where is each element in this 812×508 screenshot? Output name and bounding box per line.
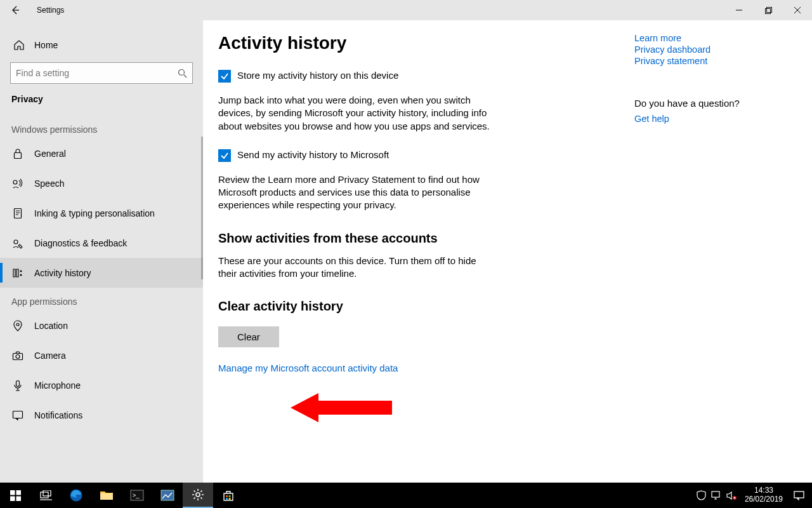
checkbox-send-microsoft[interactable] [218,149,231,162]
sidebar-item-label: Microphone [34,380,81,391]
taskbar-edge[interactable] [61,483,91,508]
taskbar-terminal[interactable]: >_ [122,483,152,508]
sidebar-item-label: Activity history [34,268,91,278]
paragraph-send-microsoft: Review the Learn more and Privacy Statem… [218,173,491,212]
home-icon [13,39,25,51]
tray-network-icon[interactable] [709,483,724,508]
network-icon [711,491,722,500]
sidebar-item-activity-history[interactable]: Activity history [0,258,203,288]
paragraph-accounts: These are your accounts on this device. … [218,255,491,281]
scrollbar[interactable] [201,137,203,279]
search-icon [178,69,187,78]
svg-rect-29 [226,495,228,497]
paragraph-store-history: Jump back into what you were doing, even… [218,94,491,133]
window-controls [724,0,812,20]
back-button[interactable] [5,0,25,20]
checkbox-store-history[interactable] [218,70,231,83]
svg-rect-8 [16,269,18,277]
svg-rect-24 [100,493,113,500]
question-label: Do you have a question? [634,98,793,109]
svg-rect-14 [16,380,20,386]
svg-rect-31 [226,498,228,500]
folder-icon [100,490,114,501]
speech-icon [11,178,24,189]
taskbar-date: 26/02/2019 [745,495,783,504]
arrow-left-icon [10,5,20,15]
checkbox-store-history-label: Store my activity history on this device [237,70,398,81]
right-pane: Learn more Privacy dashboard Privacy sta… [634,20,806,483]
taskbar-file-explorer[interactable] [91,483,122,508]
title-bar: Settings [0,0,812,20]
taskbar-store[interactable] [213,483,244,508]
tray-volume-icon[interactable] [724,483,740,508]
svg-rect-21 [41,492,48,498]
home-label: Home [34,40,58,50]
sidebar-item-label: Inking & typing personalisation [34,208,155,218]
sidebar-item-notifications[interactable]: Notifications [0,400,203,430]
windows-icon [10,490,21,501]
camera-icon [11,351,24,361]
close-button[interactable] [783,0,812,20]
maximize-button[interactable] [754,0,783,20]
gear-icon [192,488,204,501]
svg-point-6 [14,240,18,244]
action-center-button[interactable] [788,483,809,508]
taskbar-clock[interactable]: 14:33 26/02/2019 [740,483,788,508]
svg-rect-0 [765,8,770,13]
tray-security-icon[interactable] [694,483,709,508]
task-view-button[interactable] [30,483,61,508]
check-icon [220,72,229,81]
taskbar-app-generic[interactable] [152,483,183,508]
manage-account-link[interactable]: Manage my Microsoft account activity dat… [218,363,398,373]
edge-icon [69,488,83,502]
svg-point-28 [196,493,200,497]
clear-button[interactable]: Clear [218,326,279,347]
svg-point-13 [16,354,20,358]
start-button[interactable] [0,483,30,508]
svg-rect-7 [13,269,15,277]
svg-rect-3 [15,152,22,158]
action-center-icon [794,491,804,500]
sidebar-item-location[interactable]: Location [0,311,203,340]
window-title: Settings [37,6,64,15]
sidebar-item-camera[interactable]: Camera [0,340,203,370]
search-input-wrapper[interactable] [10,62,193,84]
minimize-button[interactable] [724,0,754,20]
svg-rect-15 [13,411,23,418]
search-input[interactable] [16,68,178,78]
lock-icon [11,148,24,159]
diagnostics-icon [11,237,24,249]
microphone-icon [11,380,24,391]
check-icon [220,151,229,160]
sidebar-item-inking[interactable]: Inking & typing personalisation [0,198,203,228]
task-view-icon [40,490,52,500]
svg-point-10 [20,274,22,276]
svg-rect-20 [16,496,21,501]
link-privacy-dashboard[interactable]: Privacy dashboard [634,44,793,55]
sidebar-item-general[interactable]: General [0,138,203,168]
volume-icon [726,491,738,500]
subheading-clear: Clear activity history [218,299,619,314]
sidebar-item-label: Diagnostics & feedback [34,238,127,248]
sidebar-item-speech[interactable]: Speech [0,168,203,198]
app-icon [160,490,174,501]
sidebar-item-diagnostics[interactable]: Diagnostics & feedback [0,228,203,258]
sidebar-item-microphone[interactable]: Microphone [0,370,203,400]
system-tray: 14:33 26/02/2019 [694,483,812,508]
svg-rect-5 [15,208,22,218]
link-privacy-statement[interactable]: Privacy statement [634,56,793,66]
activity-icon [11,267,24,279]
link-learn-more[interactable]: Learn more [634,33,793,43]
home-nav[interactable]: Home [0,33,203,57]
page-title: Activity history [218,33,619,53]
link-get-help[interactable]: Get help [634,114,793,124]
shield-icon [697,490,706,500]
sidebar: Home Privacy Windows permissions General… [0,20,203,483]
svg-rect-33 [712,491,719,497]
svg-point-2 [179,69,185,75]
sidebar-item-label: Notifications [34,410,82,420]
svg-rect-32 [229,498,231,500]
sidebar-item-label: Speech [34,178,64,189]
svg-text:>_: >_ [133,492,140,498]
taskbar-settings[interactable] [183,483,213,508]
